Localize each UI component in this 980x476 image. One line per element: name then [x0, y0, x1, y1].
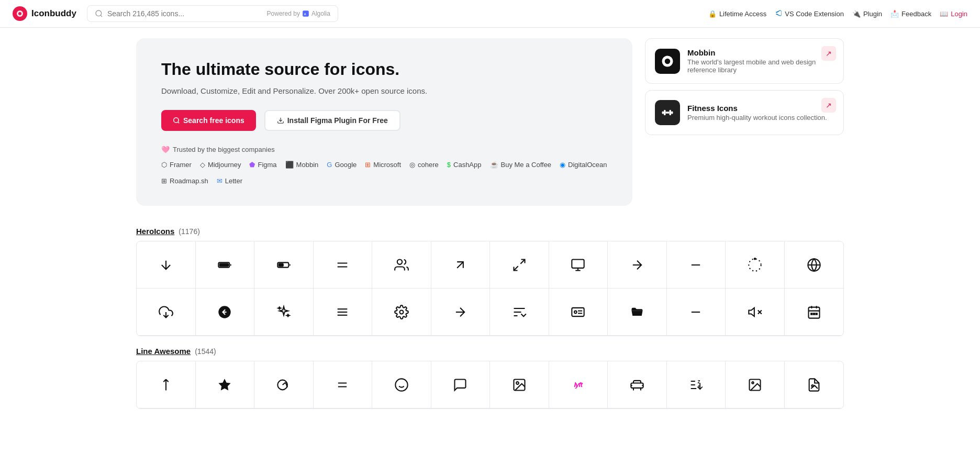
la-couch[interactable] — [608, 361, 667, 408]
card-fitness[interactable]: Fitness Icons Premium high-quality worko… — [645, 90, 844, 135]
icon-sections: HeroIcons (1176) — [124, 227, 856, 409]
mobbin-card-text: Mobbin The world's largest mobile and we… — [687, 48, 834, 74]
la-star[interactable] — [196, 361, 255, 408]
svg-rect-72 — [631, 383, 643, 388]
logo[interactable]: Iconbuddy — [13, 6, 76, 21]
search-icon — [95, 9, 103, 18]
svg-rect-27 — [572, 259, 584, 268]
company-google: G Google — [327, 161, 357, 169]
la-smile[interactable] — [372, 361, 431, 408]
company-midjourney-label: Midjourney — [208, 161, 241, 169]
la-lyft[interactable]: lyft — [549, 361, 608, 408]
la-r-project[interactable] — [254, 361, 314, 408]
lifetime-label: Lifetime Access — [719, 10, 766, 18]
icon-globe[interactable] — [785, 241, 844, 289]
icon-id-card[interactable] — [549, 289, 608, 336]
logo-text: Iconbuddy — [31, 8, 76, 19]
icon-users[interactable] — [372, 241, 431, 289]
navbar-right: 🔒 Lifetime Access VS Code Extension 🔌 Pl… — [708, 9, 967, 18]
icon-minus[interactable] — [667, 241, 726, 289]
svg-line-25 — [520, 259, 525, 263]
icon-arrow-right[interactable] — [608, 241, 667, 289]
fitness-card-arrow: ↗ — [821, 98, 836, 113]
mobbin-logo — [660, 54, 675, 69]
company-roadmapsh: ⊞ Roadmap.sh — [161, 177, 208, 185]
login-icon: 📖 — [940, 10, 948, 18]
login-btn[interactable]: 📖 Login — [940, 10, 967, 18]
icon-arrow-right-2[interactable] — [431, 289, 491, 336]
icon-folder-open[interactable] — [608, 289, 667, 336]
hero-title: The ultimate source for icons. — [161, 59, 607, 79]
svg-point-6 — [174, 118, 179, 123]
heroicons-title[interactable]: HeroIcons — [136, 227, 174, 236]
company-cohere: ◎ cohere — [409, 161, 439, 169]
hero-subtitle: Download, Customize, Edit and Personaliz… — [161, 86, 607, 95]
trusted-text: Trusted by the biggest companies — [173, 146, 275, 153]
icon-loader[interactable] — [726, 241, 785, 289]
search-input[interactable] — [107, 9, 263, 18]
icon-speaker-x[interactable] — [726, 289, 785, 336]
search-free-icons-button[interactable]: Search free icons — [161, 110, 256, 131]
icon-calendar[interactable] — [785, 289, 844, 336]
svg-point-2 — [96, 10, 102, 16]
icon-expand[interactable] — [490, 241, 549, 289]
icon-arrow-circle-left[interactable] — [196, 289, 255, 336]
company-microsoft: ⊞ Microsoft — [365, 161, 401, 169]
svg-rect-14 — [670, 110, 672, 116]
icon-minus-2[interactable] — [667, 289, 726, 336]
svg-point-23 — [397, 259, 402, 264]
svg-rect-58 — [814, 313, 815, 314]
company-microsoft-label: Microsoft — [373, 161, 401, 169]
trusted-label: 🩷 Trusted by the biggest companies — [161, 146, 607, 153]
icon-inbox-arrow-down[interactable] — [137, 289, 196, 336]
card-mobbin[interactable]: Mobbin The world's largest mobile and we… — [645, 38, 844, 84]
vscode-btn[interactable]: VS Code Extension — [775, 9, 844, 18]
mobbin-card-desc: The world's largest mobile and web desig… — [687, 58, 834, 74]
company-midjourney: ◇ Midjourney — [200, 161, 241, 169]
icon-arrow-top-right[interactable] — [431, 241, 491, 289]
feedback-btn[interactable]: 📩 Feedback — [890, 10, 931, 18]
la-cursor[interactable] — [137, 361, 196, 408]
icon-arrow-down[interactable] — [137, 241, 196, 289]
fitness-card-desc: Premium high-quality workout icons colle… — [687, 114, 827, 121]
hero-section: The ultimate source for icons. Download,… — [136, 38, 632, 206]
feedback-icon: 📩 — [890, 10, 899, 18]
icon-sort-desc[interactable] — [490, 289, 549, 336]
icon-bars-3[interactable] — [314, 289, 373, 336]
svg-line-26 — [514, 266, 518, 270]
lineawesome-header: Line Awesome (1544) — [136, 347, 844, 356]
icon-cog[interactable] — [372, 289, 431, 336]
company-figma-label: Figma — [258, 161, 276, 169]
icon-sparkles[interactable] — [254, 289, 314, 336]
plugin-icon: 🔌 — [852, 10, 861, 18]
plugin-label: Plugin — [863, 10, 882, 18]
icon-server[interactable] — [549, 241, 608, 289]
la-image[interactable] — [726, 361, 785, 408]
company-logos: ⬡ Framer ◇ Midjourney ⬟ Figma ⬛ Mobbin G… — [161, 161, 607, 185]
lifetime-access-btn[interactable]: 🔒 Lifetime Access — [708, 10, 766, 18]
svg-marker-63 — [219, 379, 231, 390]
figma-btn-label: Install Figma Plugin For Free — [287, 116, 388, 125]
heroicons-count: (1176) — [179, 227, 199, 236]
powered-by: Powered by A Algolia — [267, 10, 330, 17]
feedback-label: Feedback — [901, 10, 931, 18]
search-bar[interactable]: Powered by A Algolia — [87, 5, 338, 22]
heart-icon: 🩷 — [161, 146, 170, 153]
algolia-label: Algolia — [311, 10, 330, 17]
plugin-btn[interactable]: 🔌 Plugin — [852, 10, 882, 18]
icon-battery-full[interactable] — [196, 241, 255, 289]
la-equals[interactable] — [314, 361, 373, 408]
svg-point-10 — [665, 58, 671, 64]
company-roadmapsh-label: Roadmap.sh — [170, 177, 208, 185]
vscode-label: VS Code Extension — [785, 10, 844, 18]
svg-line-24 — [457, 262, 463, 268]
icon-battery-half[interactable] — [254, 241, 314, 289]
la-sort-alpha-down[interactable]: ZA — [667, 361, 726, 408]
company-figma: ⬟ Figma — [249, 161, 276, 169]
la-comment[interactable] — [431, 361, 491, 408]
install-figma-button[interactable]: Install Figma Plugin For Free — [264, 110, 400, 131]
lineawesome-title[interactable]: Line Awesome — [136, 347, 191, 356]
la-file-image[interactable] — [785, 361, 844, 408]
icon-bars-2[interactable] — [314, 241, 373, 289]
la-photo-video[interactable] — [490, 361, 549, 408]
